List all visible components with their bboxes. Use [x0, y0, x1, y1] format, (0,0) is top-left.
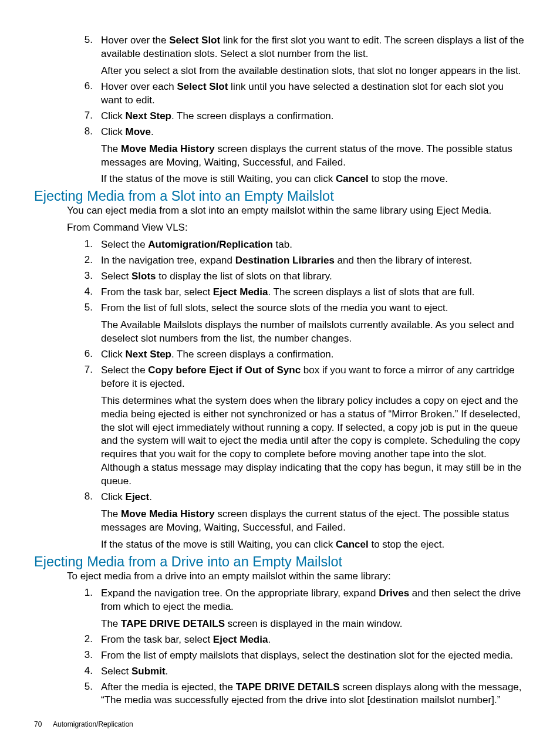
step-content: Select the Copy before Eject if Out of S…	[101, 364, 526, 488]
paragraph: From Command View VLS:	[67, 221, 526, 235]
step-number: 2.	[67, 633, 101, 647]
list-item: 4.Select Submit.	[67, 665, 526, 679]
steps-list-section1: 5.Hover over the Select Slot link for th…	[67, 34, 526, 186]
step-content: In the navigation tree, expand Destinati…	[101, 254, 526, 268]
paragraph: Click Next Step. The screen displays a c…	[101, 110, 526, 123]
paragraph: Select the Automigration/Replication tab…	[101, 238, 526, 252]
step-number: 3.	[67, 270, 101, 283]
step-content: Click Eject.The Move Media History scree…	[101, 491, 526, 552]
list-item: 8.Click Move.The Move Media History scre…	[67, 126, 526, 187]
list-item: 1.Expand the navigation tree. On the app…	[67, 587, 526, 631]
step-content: From the task bar, select Eject Media. T…	[101, 286, 526, 299]
step-content: Select the Automigration/Replication tab…	[101, 238, 526, 252]
list-item: 5.After the media is ejected, the TAPE D…	[67, 681, 526, 708]
step-number: 8.	[67, 491, 101, 552]
list-item: 5.Hover over the Select Slot link for th…	[67, 34, 526, 78]
step-number: 4.	[67, 286, 101, 299]
step-number: 5.	[67, 302, 101, 346]
paragraph: The TAPE DRIVE DETAILS screen is display…	[101, 617, 526, 631]
step-number: 3.	[67, 649, 101, 663]
paragraph: Select Submit.	[101, 665, 526, 679]
paragraph: Hover over the Select Slot link for the …	[101, 34, 526, 61]
paragraph: The Available Mailslots displays the num…	[101, 319, 526, 346]
chapter-title: Automigration/Replication	[53, 720, 133, 728]
step-content: Hover over the Select Slot link for the …	[101, 34, 526, 78]
list-item: 2.From the task bar, select Eject Media.	[67, 633, 526, 647]
paragraph: From the list of empty mailslots that di…	[101, 649, 526, 663]
paragraph: If the status of the move is still Waiti…	[101, 173, 526, 186]
step-number: 1.	[67, 238, 101, 252]
list-item: 6.Click Next Step. The screen displays a…	[67, 348, 526, 362]
step-number: 1.	[67, 587, 101, 631]
paragraph: If the status of the move is still Waiti…	[101, 538, 526, 552]
paragraph: From the list of full slots, select the …	[101, 302, 526, 315]
step-content: Click Next Step. The screen displays a c…	[101, 348, 526, 362]
step-number: 6.	[67, 348, 101, 362]
heading-eject-drive: Ejecting Media from a Drive into an Empt…	[34, 554, 342, 569]
paragraph: Click Next Step. The screen displays a c…	[101, 348, 526, 362]
step-content: Select Submit.	[101, 665, 526, 679]
step-number: 7.	[67, 110, 101, 123]
page-footer: 70 Automigration/Replication	[34, 720, 133, 728]
step-number: 4.	[67, 665, 101, 679]
list-item: 2.In the navigation tree, expand Destina…	[67, 254, 526, 268]
step-number: 5.	[67, 34, 101, 78]
list-item: 1.Select the Automigration/Replication t…	[67, 238, 526, 252]
paragraph: The Move Media History screen displays t…	[101, 508, 526, 535]
paragraph: Click Eject.	[101, 491, 526, 504]
paragraph: To eject media from a drive into an empt…	[67, 570, 526, 583]
steps-list-section2: 1.Select the Automigration/Replication t…	[67, 238, 526, 552]
list-item: 7.Select the Copy before Eject if Out of…	[67, 364, 526, 488]
step-number: 6.	[67, 80, 101, 107]
list-item: 3.Select Slots to display the list of sl…	[67, 270, 526, 283]
step-content: Select Slots to display the list of slot…	[101, 270, 526, 283]
paragraph: Select the Copy before Eject if Out of S…	[101, 364, 526, 391]
list-item: 8.Click Eject.The Move Media History scr…	[67, 491, 526, 552]
paragraph: From the task bar, select Eject Media. T…	[101, 286, 526, 299]
page-number: 70	[34, 720, 42, 728]
step-number: 5.	[67, 681, 101, 708]
paragraph: Hover over each Select Slot link until y…	[101, 80, 526, 107]
intro-eject-slot: You can eject media from a slot into an …	[67, 204, 526, 235]
step-content: Click Next Step. The screen displays a c…	[101, 110, 526, 123]
paragraph: After the media is ejected, the TAPE DRI…	[101, 681, 526, 708]
list-item: 5.From the list of full slots, select th…	[67, 302, 526, 346]
paragraph: Expand the navigation tree. On the appro…	[101, 587, 526, 614]
paragraph: The Move Media History screen displays t…	[101, 143, 526, 170]
paragraph: You can eject media from a slot into an …	[67, 204, 526, 218]
list-item: 3.From the list of empty mailslots that …	[67, 649, 526, 663]
step-content: Click Move.The Move Media History screen…	[101, 126, 526, 187]
paragraph: After you select a slot from the availab…	[101, 65, 526, 78]
step-content: From the list of empty mailslots that di…	[101, 649, 526, 663]
intro-eject-drive: To eject media from a drive into an empt…	[67, 570, 526, 583]
step-number: 8.	[67, 126, 101, 187]
paragraph: This determines what the system does whe…	[101, 394, 526, 489]
list-item: 7.Click Next Step. The screen displays a…	[67, 110, 526, 123]
paragraph: Click Move.	[101, 126, 526, 139]
step-content: After the media is ejected, the TAPE DRI…	[101, 681, 526, 708]
paragraph: In the navigation tree, expand Destinati…	[101, 254, 526, 268]
step-content: From the list of full slots, select the …	[101, 302, 526, 346]
steps-list-section3: 1.Expand the navigation tree. On the app…	[67, 587, 526, 708]
heading-eject-slot: Ejecting Media from a Slot into an Empty…	[34, 188, 334, 204]
step-number: 2.	[67, 254, 101, 268]
step-number: 7.	[67, 364, 101, 488]
step-content: Expand the navigation tree. On the appro…	[101, 587, 526, 631]
page: 5.Hover over the Select Slot link for th…	[0, 0, 560, 746]
step-content: Hover over each Select Slot link until y…	[101, 80, 526, 107]
step-content: From the task bar, select Eject Media.	[101, 633, 526, 647]
paragraph: From the task bar, select Eject Media.	[101, 633, 526, 647]
list-item: 4.From the task bar, select Eject Media.…	[67, 286, 526, 299]
paragraph: Select Slots to display the list of slot…	[101, 270, 526, 283]
list-item: 6.Hover over each Select Slot link until…	[67, 80, 526, 107]
